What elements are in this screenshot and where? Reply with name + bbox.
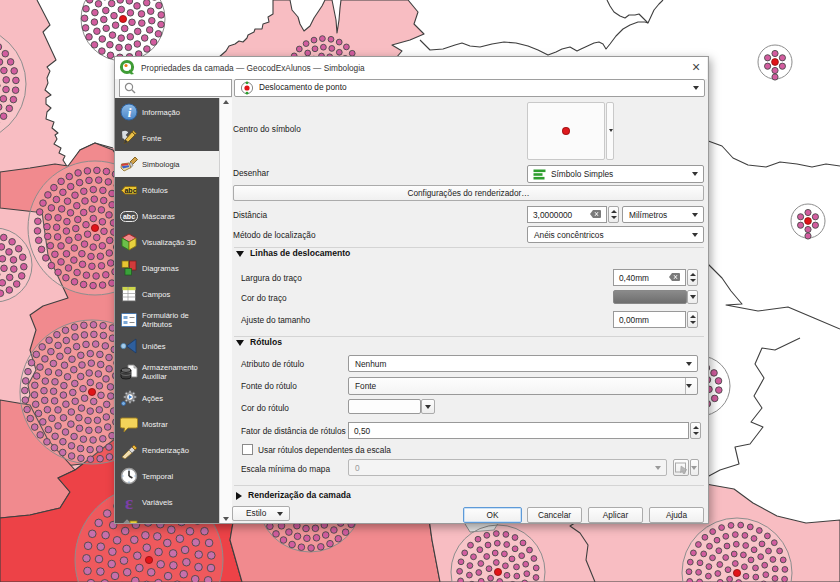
svg-text:abc: abc [123,213,135,220]
svg-text:ε: ε [125,493,133,511]
svg-text:abc: abc [124,187,136,194]
svg-text:i: i [128,105,132,120]
